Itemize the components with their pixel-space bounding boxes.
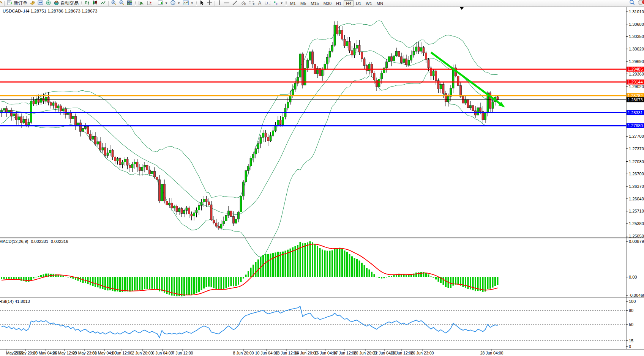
new-order-label: 新订单 <box>14 0 27 6</box>
svg-text:1.29485: 1.29485 <box>628 67 643 71</box>
horizontal-line-icon <box>224 0 230 7</box>
rsi-label: RSI(14) 41.8013 <box>0 299 30 304</box>
chart-window[interactable]: 1.294851.291441.287821.286731.283311.279… <box>0 0 644 356</box>
svg-text:1.27700: 1.27700 <box>629 134 644 139</box>
svg-text:1.27030: 1.27030 <box>629 159 644 164</box>
text-label-tool-button[interactable]: T <box>264 0 272 6</box>
crosshair-icon <box>207 0 212 7</box>
svg-text:1.29360: 1.29360 <box>629 72 644 76</box>
zoom-out-icon <box>119 0 125 7</box>
price-badge-1.29485: 1.29485 <box>627 67 644 72</box>
timeframe-H1[interactable]: H1 <box>334 0 344 6</box>
chart-title: USDCAD-,H4 1.28751 1.28786 1.28673 1.286… <box>3 9 97 13</box>
timeframe-MN[interactable]: MN <box>374 0 385 6</box>
timeframe-M15[interactable]: M15 <box>308 0 321 6</box>
new-order-icon <box>7 0 13 7</box>
line-chart-icon <box>100 0 106 7</box>
market-depth-button[interactable] <box>28 0 36 6</box>
trendline-icon <box>232 0 238 7</box>
svg-text:15: 15 <box>629 339 633 343</box>
search-button[interactable] <box>628 0 636 6</box>
svg-text:1.30020: 1.30020 <box>629 47 644 51</box>
svg-text:1.25710: 1.25710 <box>629 209 644 213</box>
auto-scroll-button[interactable] <box>137 0 145 6</box>
price-badge-1.29144: 1.29144 <box>627 80 644 85</box>
vertical-line-tool-button[interactable] <box>216 0 223 6</box>
svg-text:-0.004601: -0.004601 <box>629 293 644 298</box>
fibonacci-tool-button[interactable]: F <box>248 0 256 6</box>
fibo-letter: F <box>253 3 254 6</box>
svg-text:0.00: 0.00 <box>629 275 637 279</box>
profiles-button[interactable]: ▼ <box>169 0 182 6</box>
candle <box>302 52 304 88</box>
svg-text:1.27980: 1.27980 <box>628 123 643 128</box>
svg-text:80: 80 <box>629 308 633 313</box>
trendline-tool-button[interactable] <box>231 0 239 6</box>
price-badge-1.27980: 1.27980 <box>627 123 644 128</box>
svg-text:T: T <box>266 1 268 5</box>
svg-text:100: 100 <box>629 299 636 304</box>
chart-shift-button[interactable] <box>145 0 154 6</box>
new-order-button[interactable]: 新订单 <box>6 0 28 6</box>
top-toolbar: 新订单 自动交易 <box>0 0 644 7</box>
timeframe-D1[interactable]: D1 <box>354 0 363 6</box>
svg-text:50: 50 <box>629 322 633 327</box>
timeframe-H4[interactable]: H4 <box>344 0 354 6</box>
candlestick-chart-icon <box>92 0 98 7</box>
gold-bar-icon <box>30 0 35 7</box>
notifications-button[interactable]: 1 <box>636 0 644 6</box>
svg-text:1.28673: 1.28673 <box>628 98 643 102</box>
notification-badge: 1 <box>642 0 644 4</box>
timeframe-M1[interactable]: M1 <box>288 0 298 6</box>
svg-text:1.26040: 1.26040 <box>629 197 644 201</box>
svg-text:1.30680: 1.30680 <box>629 22 644 27</box>
zoom-in-button[interactable] <box>110 0 118 6</box>
svg-text:1.25050: 1.25050 <box>629 234 644 238</box>
candle-chart-mode-button[interactable] <box>91 0 99 6</box>
indicators-button[interactable]: ▼ <box>182 0 195 6</box>
crosshair-tool-button[interactable] <box>205 0 213 6</box>
svg-text:1.29020: 1.29020 <box>629 84 644 89</box>
text-tool-button[interactable]: A <box>256 0 264 6</box>
candle <box>299 53 301 80</box>
channel-tool-button[interactable]: E <box>239 0 248 6</box>
svg-text:1.29144: 1.29144 <box>628 80 643 84</box>
svg-text:17 Jun 12:00: 17 Jun 12:00 <box>333 351 357 355</box>
candle <box>159 175 161 203</box>
candle <box>334 21 336 47</box>
horizontal-line-tool-button[interactable] <box>223 0 231 6</box>
auto-trading-label: 自动交易 <box>60 0 79 6</box>
candle <box>30 97 32 124</box>
market-watch-icon <box>38 0 43 7</box>
navigator-button[interactable] <box>44 0 52 6</box>
arrows-tool-button[interactable]: ▼ <box>272 0 284 6</box>
chart-shift-icon <box>147 0 153 7</box>
new-chart-button[interactable]: ▼ <box>156 0 169 6</box>
navigator-icon <box>46 0 51 7</box>
svg-text:2 Jun 20:00: 2 Jun 20:00 <box>132 351 153 355</box>
text-label-icon: T <box>265 0 271 7</box>
timeframe-W1[interactable]: W1 <box>363 0 374 6</box>
tile-windows-button[interactable] <box>126 0 134 6</box>
line-chart-mode-button[interactable] <box>99 0 107 6</box>
auto-trading-icon <box>54 0 59 7</box>
dropdown-caret: ▼ <box>177 2 180 5</box>
svg-text:8 Jun 20:00: 8 Jun 20:00 <box>233 351 254 355</box>
cursor-tool-button[interactable] <box>198 0 205 6</box>
svg-text:6 Jun 04:00: 6 Jun 04:00 <box>152 351 173 355</box>
auto-trading-button[interactable]: 自动交易 <box>52 0 80 6</box>
price-badge-1.28673: 1.28673 <box>627 97 644 102</box>
zoom-out-button[interactable] <box>118 0 126 6</box>
timeframe-M30[interactable]: M30 <box>321 0 334 6</box>
svg-text:28 Jun 04:00: 28 Jun 04:00 <box>480 351 504 355</box>
fibonacci-icon: F <box>249 0 255 7</box>
svg-text:1.29690: 1.29690 <box>629 59 644 64</box>
indicators-icon <box>183 0 189 7</box>
svg-text:1 Jun 12:00: 1 Jun 12:00 <box>112 351 133 355</box>
new-chart-icon <box>158 0 163 7</box>
timeframe-M5[interactable]: M5 <box>298 0 308 6</box>
bar-chart-mode-button[interactable] <box>83 0 91 6</box>
dropdown-caret: ▼ <box>165 2 168 5</box>
market-watch-button[interactable] <box>36 0 44 6</box>
macd-label: MACD(12,26,9) -0.002331 -0.002316 <box>0 239 68 244</box>
